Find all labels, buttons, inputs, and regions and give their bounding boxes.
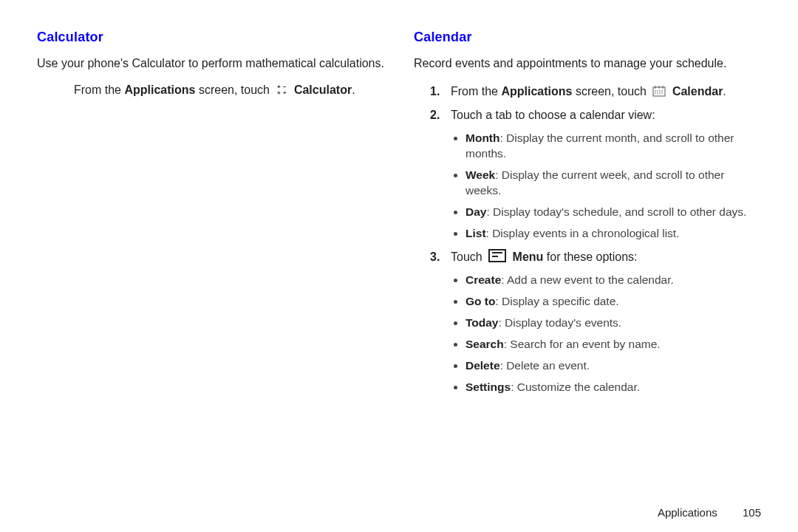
step-number: 1.: [430, 83, 440, 100]
calendar-heading: Calendar: [414, 30, 761, 45]
manual-page: Calculator Use your phone's Calculator t…: [0, 0, 798, 532]
option-label: Go to: [466, 295, 495, 307]
calendar-step-3: 3. Touch Menu for these options:: [414, 249, 761, 265]
svg-text:×: ×: [277, 89, 281, 95]
list-item: Today: Display today's events.: [466, 316, 761, 331]
option-desc: : Display the current week, and scroll t…: [466, 168, 724, 197]
svg-point-12: [655, 92, 657, 94]
list-item: Go to: Display a specific date.: [466, 294, 761, 310]
option-desc: : Search for an event by name.: [504, 338, 661, 350]
list-item: Create: Add a new event to the calendar.: [466, 273, 761, 288]
svg-point-10: [660, 90, 661, 92]
calendar-icon: [652, 85, 666, 97]
menu-options-list: Create: Add a new event to the calendar.…: [414, 273, 761, 395]
calendar-step-1: 1. From the Applications screen, touch C…: [414, 83, 761, 100]
option-desc: : Display events in a chronological list…: [486, 227, 680, 239]
period: .: [352, 83, 355, 96]
svg-point-8: [655, 90, 657, 92]
text: From the: [451, 85, 501, 98]
text: for these options:: [543, 250, 637, 263]
applications-label: Applications: [124, 83, 195, 96]
list-item: List: Display events in a chronological …: [466, 226, 761, 242]
right-column: Calendar Record events and appointments …: [414, 30, 761, 403]
calculator-icon: + − × ÷: [276, 83, 287, 95]
calculator-step: From the Applications screen, touch + − …: [37, 83, 384, 97]
option-label: Settings: [466, 381, 511, 393]
menu-icon: [488, 249, 506, 262]
footer-section: Applications: [658, 506, 717, 519]
page-footer: Applications 105: [658, 506, 761, 519]
svg-point-13: [658, 92, 659, 94]
applications-label: Applications: [501, 85, 572, 98]
svg-point-14: [660, 92, 661, 94]
list-item: Week: Display the current week, and scro…: [466, 168, 761, 199]
svg-point-15: [662, 92, 664, 94]
option-desc: : Customize the calendar.: [511, 381, 640, 393]
text: From the: [74, 83, 124, 96]
step-number: 3.: [430, 249, 440, 265]
option-label: Delete: [466, 359, 500, 372]
option-desc: : Display the current month, and scroll …: [466, 132, 734, 160]
text: screen, touch: [195, 83, 273, 96]
option-label: Search: [466, 338, 504, 350]
calendar-app-label: Calendar: [672, 85, 723, 98]
step-number: 2.: [430, 107, 440, 123]
option-label: Create: [466, 273, 501, 286]
left-column: Calculator Use your phone's Calculator t…: [37, 30, 384, 97]
option-label: Today: [466, 316, 499, 329]
option-desc: : Delete an event.: [500, 359, 590, 372]
calculator-intro: Use your phone's Calculator to perform m…: [37, 55, 384, 72]
calendar-intro: Record events and appointments to manage…: [414, 55, 761, 72]
calculator-app-label: Calculator: [294, 83, 352, 96]
step-2-text: Touch a tab to choose a calendar view:: [451, 109, 655, 121]
option-desc: : Display today's schedule, and scroll t…: [486, 205, 746, 218]
option-label: Month: [466, 132, 499, 144]
option-desc: : Display today's events.: [499, 316, 622, 329]
option-label: List: [466, 227, 486, 239]
list-item: Settings: Customize the calendar.: [466, 380, 761, 395]
svg-point-9: [658, 90, 659, 92]
option-label: Day: [466, 205, 486, 218]
text: screen, touch: [572, 85, 649, 98]
menu-label: Menu: [513, 250, 544, 263]
list-item: Delete: Delete an event.: [466, 358, 761, 374]
calculator-heading: Calculator: [37, 30, 384, 45]
page-number: 105: [743, 506, 761, 519]
view-options-list: Month: Display the current month, and sc…: [414, 131, 761, 242]
list-item: Month: Display the current month, and sc…: [466, 131, 761, 162]
svg-point-11: [662, 90, 664, 92]
option-desc: : Add a new event to the calendar.: [501, 273, 674, 286]
svg-text:÷: ÷: [283, 89, 287, 95]
option-desc: : Display a specific date.: [495, 295, 618, 307]
period: .: [723, 85, 726, 98]
list-item: Search: Search for an event by name.: [466, 337, 761, 352]
calendar-step-2: 2. Touch a tab to choose a calendar view…: [414, 107, 761, 123]
option-label: Week: [466, 168, 495, 181]
list-item: Day: Display today's schedule, and scrol…: [466, 205, 761, 220]
text: Touch: [451, 250, 485, 263]
